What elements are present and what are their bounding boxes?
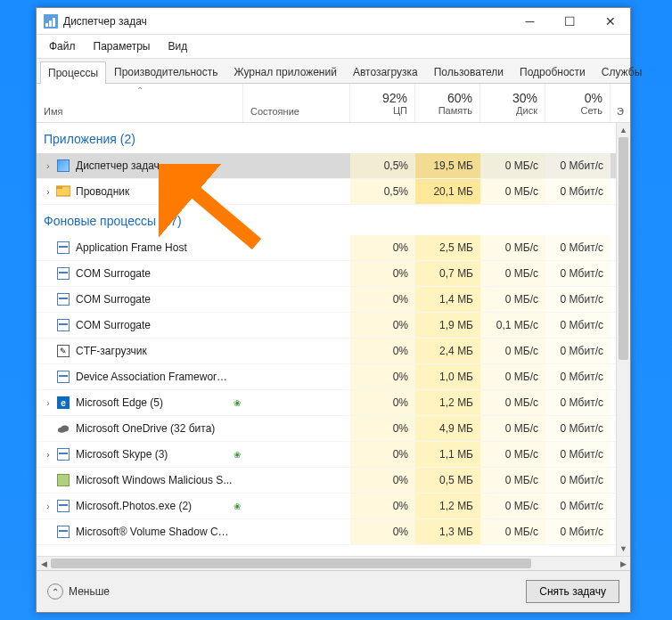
col-header-extra[interactable]: Э — [611, 84, 630, 122]
tab-performance[interactable]: Производительность — [106, 61, 225, 83]
scroll-right-icon[interactable]: ▶ — [616, 557, 630, 571]
cell-name: COM Surrogate — [37, 266, 243, 281]
svg-rect-5 — [56, 186, 62, 189]
horizontal-scrollbar[interactable]: ◀ ▶ — [37, 556, 630, 570]
process-row[interactable]: ✎CTF-загрузчик0%2,4 МБ0 МБ/с0 Мбит/с — [37, 339, 616, 364]
scroll-down-icon[interactable]: ▼ — [617, 542, 630, 556]
cell-name: ›Диспетчер задач — [37, 159, 243, 173]
col-header-name[interactable]: ⌃ Имя — [37, 84, 243, 122]
scroll-track[interactable] — [617, 137, 630, 542]
tab-app-history[interactable]: Журнал приложений — [226, 61, 345, 83]
scroll-h-track[interactable] — [51, 557, 616, 570]
process-row[interactable]: Microsoft OneDrive (32 бита)0%4,9 МБ0 МБ… — [37, 416, 616, 442]
process-icon — [56, 499, 70, 513]
cell-cpu: 0% — [350, 339, 415, 363]
expand-chevron-icon[interactable]: › — [42, 502, 54, 511]
cell-cpu: 0,5% — [350, 153, 415, 178]
cell-network: 0 Мбит/с — [545, 235, 611, 260]
menu-view[interactable]: Вид — [159, 37, 196, 56]
process-row[interactable]: COM Surrogate0%1,9 МБ0,1 МБ/с0 Мбит/с — [37, 313, 616, 339]
cell-memory: 4,9 МБ — [415, 416, 480, 441]
cell-network: 0 Мбит/с — [545, 442, 611, 467]
col-header-network[interactable]: 0% Сеть — [545, 84, 611, 122]
cell-network: 0 Мбит/с — [545, 519, 611, 544]
process-row[interactable]: Device Association Framework ...0%1,0 МБ… — [37, 364, 616, 390]
process-row[interactable]: ›eMicrosoft Edge (5)❀0%1,2 МБ0 МБ/с0 Мби… — [37, 390, 616, 416]
process-icon — [56, 447, 70, 461]
window-title: Диспетчер задач — [63, 15, 510, 28]
group-background: Фоновые процессы (37) — [37, 205, 616, 235]
cell-memory: 1,1 МБ — [415, 442, 480, 467]
sort-indicator-icon: ⌃ — [136, 86, 143, 95]
tab-users[interactable]: Пользователи — [426, 61, 512, 83]
expand-chevron-icon[interactable]: › — [42, 450, 54, 460]
process-list[interactable]: ▲ ▼ Приложения (2)›Диспетчер задач0,5%19… — [37, 123, 630, 556]
process-name: COM Surrogate — [76, 267, 233, 280]
menu-options[interactable]: Параметры — [85, 37, 160, 56]
scroll-left-icon[interactable]: ◀ — [37, 557, 51, 571]
cell-cpu: 0% — [350, 364, 415, 389]
cell-cpu: 0% — [350, 390, 415, 415]
cell-disk: 0,1 МБ/с — [480, 313, 545, 338]
process-icon — [56, 421, 70, 436]
close-button[interactable]: ✕ — [590, 8, 630, 34]
process-icon: ✎ — [56, 344, 70, 358]
process-name: Microsoft® Volume Shadow Co... — [76, 526, 233, 538]
tab-details[interactable]: Подробности — [512, 61, 594, 83]
process-row[interactable]: ›Microsoft.Photos.exe (2)❀0%1,2 МБ0 МБ/с… — [37, 494, 616, 519]
cell-cpu: 0% — [350, 519, 415, 544]
col-header-cpu[interactable]: 92% ЦП — [350, 84, 415, 122]
col-header-extra-label: Э — [617, 106, 624, 117]
process-name: Application Frame Host — [76, 241, 233, 254]
maximize-button[interactable]: ☐ — [550, 8, 590, 34]
scroll-up-icon[interactable]: ▲ — [617, 123, 630, 137]
cell-memory: 1,3 МБ — [415, 519, 480, 544]
scroll-h-thumb[interactable] — [51, 559, 531, 568]
col-header-disk[interactable]: 30% Диск — [480, 84, 545, 122]
col-header-memory-label: Память — [438, 105, 472, 116]
process-row[interactable]: ›Проводник0,5%20,1 МБ0 МБ/с0 Мбит/с — [37, 179, 616, 205]
footer: ⌃ Меньше Снять задачу — [37, 570, 630, 612]
process-icon — [56, 241, 70, 255]
col-header-memory[interactable]: 60% Память — [415, 84, 480, 122]
cell-cpu: 0% — [350, 468, 415, 493]
cell-network: 0 Мбит/с — [545, 364, 611, 389]
cell-network: 0 Мбит/с — [545, 287, 611, 312]
process-row[interactable]: Microsoft® Volume Shadow Co...0%1,3 МБ0 … — [37, 519, 616, 545]
process-row[interactable]: ›Диспетчер задач0,5%19,5 МБ0 МБ/с0 Мбит/… — [37, 153, 616, 179]
cell-name: Microsoft® Volume Shadow Co... — [37, 525, 243, 539]
process-name: Диспетчер задач — [76, 159, 233, 172]
cell-name: Microsoft Windows Malicious S... — [37, 473, 243, 487]
titlebar[interactable]: Диспетчер задач ─ ☐ ✕ — [37, 8, 630, 35]
cell-disk: 0 МБ/с — [480, 416, 545, 441]
process-row[interactable]: Microsoft Windows Malicious S...0%0,5 МБ… — [37, 468, 616, 494]
svg-rect-2 — [49, 20, 52, 27]
process-row[interactable]: COM Surrogate0%1,4 МБ0 МБ/с0 Мбит/с — [37, 287, 616, 313]
process-row[interactable]: ›Microsoft Skype (3)❀0%1,1 МБ0 МБ/с0 Мби… — [37, 442, 616, 468]
expand-chevron-icon[interactable]: › — [42, 398, 54, 408]
col-header-state-label: Состояние — [250, 106, 299, 117]
end-task-button[interactable]: Снять задачу — [526, 580, 619, 603]
fewer-details-button[interactable]: ⌃ Меньше — [47, 583, 110, 600]
cell-name: ✎CTF-загрузчик — [37, 344, 243, 358]
process-row[interactable]: Application Frame Host0%2,5 МБ0 МБ/с0 Мб… — [37, 235, 616, 261]
cell-network: 0 Мбит/с — [545, 494, 611, 518]
menu-file[interactable]: Файл — [40, 37, 85, 56]
cell-cpu: 0,5% — [350, 179, 415, 204]
tab-processes[interactable]: Процессы — [40, 61, 106, 84]
expand-chevron-icon[interactable]: › — [42, 187, 54, 197]
process-icon — [56, 370, 70, 384]
minimize-button[interactable]: ─ — [510, 8, 550, 34]
cell-cpu: 0% — [350, 261, 415, 286]
col-header-state[interactable]: Состояние — [243, 84, 350, 122]
scroll-thumb[interactable] — [619, 137, 628, 360]
cell-name: ›eMicrosoft Edge (5)❀ — [37, 396, 243, 410]
chevron-up-icon: ⌃ — [47, 583, 63, 600]
tab-services[interactable]: Службы — [594, 61, 650, 83]
cell-cpu: 0% — [350, 442, 415, 467]
process-row[interactable]: COM Surrogate0%0,7 МБ0 МБ/с0 Мбит/с — [37, 261, 616, 287]
tab-startup[interactable]: Автозагрузка — [345, 61, 426, 83]
vertical-scrollbar[interactable]: ▲ ▼ — [616, 123, 630, 556]
expand-chevron-icon[interactable]: › — [42, 161, 54, 171]
svg-point-7 — [61, 426, 69, 432]
